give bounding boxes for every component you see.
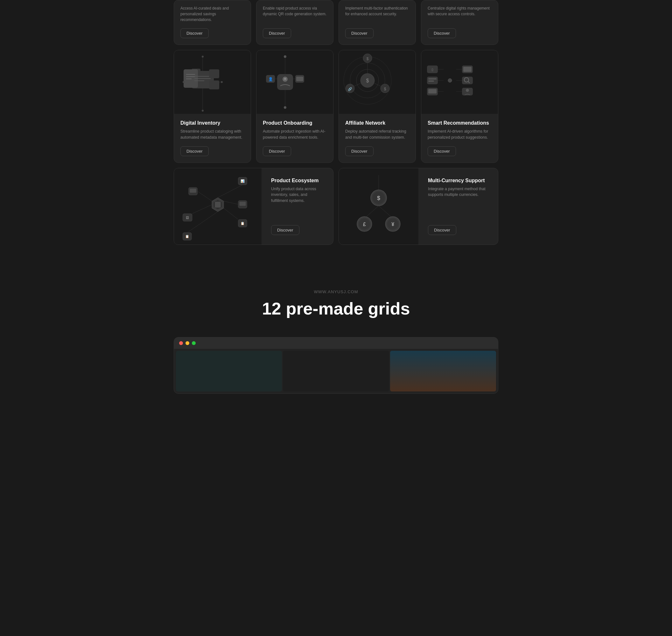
affiliate-network-card: $ $ $ 🔗 Affiliate Network Deplo	[339, 50, 416, 163]
top-card-4-desc: Centralize digital rights management wit…	[428, 5, 492, 23]
svg-line-83	[224, 201, 238, 204]
svg-text:£: £	[363, 221, 366, 227]
smart-recommendations-svg: {}	[421, 50, 479, 114]
digital-inventory-body: Digital Inventory Streamline product cat…	[174, 114, 251, 162]
bottom-cards-row: 📊 🖼 📋 📋	[174, 168, 498, 245]
svg-rect-52	[428, 78, 437, 79]
browser-mockup	[174, 337, 498, 394]
svg-rect-70	[190, 188, 196, 193]
promo-subtitle: www.anyusj.com	[174, 290, 498, 294]
svg-line-80	[197, 191, 212, 201]
svg-rect-53	[428, 80, 434, 82]
digital-inventory-desc: Streamline product cataloging with autom…	[180, 128, 244, 141]
svg-rect-57	[463, 67, 472, 72]
product-onboarding-body: Product Onboarding Automate product inge…	[256, 114, 333, 162]
product-ecosystem-svg: 📊 🖼 📋 📋	[174, 168, 262, 244]
svg-line-90	[379, 206, 393, 218]
browser-dot-green	[192, 341, 196, 345]
product-ecosystem-illustration: 📊 🖼 📋 📋	[174, 168, 262, 244]
product-ecosystem-card: 📊 🖼 📋 📋	[174, 168, 333, 245]
product-onboarding-svg: 👤	[256, 50, 314, 114]
product-onboarding-title: Product Onboarding	[263, 120, 327, 126]
digital-inventory-illustration	[174, 50, 251, 114]
svg-text:{}: {}	[431, 68, 434, 71]
browser-panel-1	[176, 351, 282, 392]
affiliate-network-title: Affiliate Network	[345, 120, 409, 126]
affiliate-network-illustration: $ $ $ 🔗	[339, 50, 416, 114]
svg-text:$: $	[384, 87, 386, 91]
svg-text:$: $	[367, 57, 369, 61]
top-card-4: Centralize digital rights management wit…	[421, 0, 498, 45]
svg-rect-74	[239, 202, 246, 206]
top-card-2-desc: Enable rapid product access via dynamic …	[263, 5, 327, 23]
svg-point-62	[466, 89, 469, 92]
product-ecosystem-discover-button[interactable]: Discover	[271, 225, 300, 235]
multi-currency-body: Multi-Currency Support Integrate a payme…	[418, 168, 498, 244]
svg-text:📋: 📋	[185, 234, 189, 239]
svg-text:¥: ¥	[391, 221, 394, 227]
top-card-1-discover-button[interactable]: Discover	[180, 28, 209, 38]
browser-inner	[174, 349, 498, 393]
promo-title: 12 pre-made grids	[174, 299, 498, 318]
top-card-1: Access AI-curated deals and personalized…	[174, 0, 251, 45]
svg-line-84	[224, 208, 238, 219]
product-onboarding-desc: Automate product ingestion with AI-power…	[263, 128, 327, 141]
affiliate-network-body: Affiliate Network Deploy automated refer…	[339, 114, 416, 162]
top-card-3: Implement multi-factor authentication fo…	[339, 0, 416, 45]
digital-inventory-svg	[174, 50, 231, 114]
svg-text:👤: 👤	[268, 77, 273, 81]
middle-cards-row: Digital Inventory Streamline product cat…	[174, 50, 498, 163]
smart-recommendations-discover-button[interactable]: Discover	[428, 146, 456, 156]
svg-rect-55	[428, 89, 437, 94]
top-card-3-desc: Implement multi-factor authentication fo…	[345, 5, 409, 23]
affiliate-network-discover-button[interactable]: Discover	[345, 146, 373, 156]
browser-titlebar	[174, 337, 498, 349]
browser-dot-red	[179, 341, 183, 345]
svg-point-20	[284, 55, 286, 58]
browser-panel-3-mountain	[390, 351, 496, 392]
svg-text:$: $	[366, 78, 369, 83]
smart-recommendations-desc: Implement AI-driven algorithms for perso…	[428, 128, 492, 141]
svg-text:📊: 📊	[241, 179, 245, 183]
svg-rect-25	[296, 77, 303, 81]
affiliate-network-desc: Deploy automated referral tracking and m…	[345, 128, 409, 141]
svg-rect-66	[215, 202, 220, 207]
top-card-3-discover-button[interactable]: Discover	[345, 28, 373, 38]
svg-line-79	[218, 185, 243, 197]
product-ecosystem-desc: Unify product data across inventory, sal…	[271, 186, 324, 219]
digital-inventory-discover-button[interactable]: Discover	[180, 146, 209, 156]
smart-recommendations-card: {}	[421, 50, 498, 163]
svg-point-13	[202, 56, 204, 58]
smart-recommendations-illustration: {}	[421, 50, 498, 114]
svg-rect-18	[277, 74, 293, 90]
product-ecosystem-body: Product Ecosystem Unify product data acr…	[262, 168, 333, 244]
smart-recommendations-title: Smart Recommendations	[428, 120, 492, 126]
product-onboarding-card: 👤 Product Onboarding Automate product in…	[256, 50, 333, 163]
affiliate-network-svg: $ $ $ 🔗	[339, 50, 396, 114]
svg-rect-11	[209, 69, 219, 78]
multi-currency-discover-button[interactable]: Discover	[428, 225, 456, 235]
svg-point-15	[183, 81, 185, 83]
multi-currency-desc: Integrate a payment method that supports…	[428, 186, 488, 219]
product-ecosystem-title: Product Ecosystem	[271, 178, 324, 183]
promo-section: www.anyusj.com 12 pre-made grids	[174, 264, 498, 337]
svg-point-21	[284, 106, 286, 109]
svg-point-28	[284, 78, 286, 80]
browser-dot-yellow	[186, 341, 189, 345]
product-onboarding-illustration: 👤	[256, 50, 333, 114]
browser-panel-2	[283, 351, 389, 392]
svg-rect-12	[209, 80, 219, 90]
svg-text:🔗: 🔗	[348, 87, 352, 91]
svg-text:$: $	[377, 195, 380, 201]
top-card-2: Enable rapid product access via dynamic …	[256, 0, 333, 45]
smart-recommendations-body: Smart Recommendations Implement AI-drive…	[421, 114, 498, 162]
top-card-1-desc: Access AI-curated deals and personalized…	[180, 5, 244, 23]
product-onboarding-discover-button[interactable]: Discover	[263, 146, 291, 156]
browser-content	[174, 349, 498, 393]
top-card-2-discover-button[interactable]: Discover	[263, 28, 291, 38]
top-card-4-discover-button[interactable]: Discover	[428, 28, 456, 38]
multi-currency-title: Multi-Currency Support	[428, 178, 488, 183]
top-partial-row: Access AI-curated deals and personalized…	[174, 0, 498, 50]
digital-inventory-title: Digital Inventory	[180, 120, 244, 126]
digital-inventory-card: Digital Inventory Streamline product cat…	[174, 50, 251, 163]
